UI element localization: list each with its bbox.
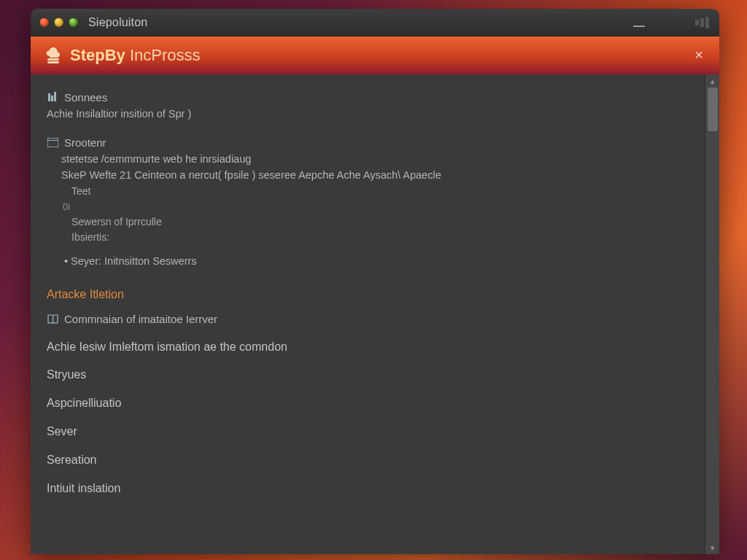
brand-text: StepBy IncProsss [70,46,201,65]
section-2-header: Srootenr [47,134,699,151]
brand-sub: IncProsss [125,46,201,64]
brand-strong: StepBy [70,46,125,64]
scroll-down-button[interactable]: ▾ [705,541,719,554]
document-content: Sonnees Achie Insilaltior insition of Sp… [31,74,705,554]
section-3-title: Commnaian of imataitoe Ierrver [64,311,217,327]
section-3-header: Commnaian of imataitoe Ierrver [47,311,699,327]
svg-rect-4 [54,92,56,101]
svg-rect-3 [51,96,53,101]
window-title: Siepoluiton [88,16,147,29]
maximize-window-button[interactable] [69,18,78,27]
body-line-3: Aspcinelliuatio [47,394,699,413]
svg-rect-5 [47,138,58,147]
sec2-line-2: SkeP Wefte 21 Ceinteon a nercut( fpsile … [61,167,699,183]
close-panel-button[interactable]: × [694,47,703,63]
app-header: StepBy IncProsss × [31,36,719,74]
section-2-title: Srootenr [64,134,107,151]
sec2-bullet: Seyer: Initnsitton Seswerrs [61,253,699,269]
restore-icon[interactable] [649,15,667,30]
minimize-icon[interactable] [633,26,645,27]
minimize-window-button[interactable] [54,18,63,27]
svg-rect-2 [48,93,50,101]
bars-icon [47,92,58,104]
svg-rect-1 [47,61,59,63]
levels-icon[interactable] [693,15,711,30]
window-titlebar[interactable]: Siepoluiton [31,9,719,36]
body-line-1: Achie Iesiw Imleftom ismation ae the com… [47,338,699,357]
close-window-button[interactable] [39,18,49,27]
application-window: Siepoluiton [31,9,719,554]
section-1-title: Sonnees [64,89,107,106]
cloud-stack-icon [44,46,63,65]
section-link[interactable]: Artacke Itletion [47,286,699,304]
scroll-up-button[interactable]: ▴ [705,74,719,88]
section-1-line: Achie Insilaltior insition of Spr ) [47,106,699,122]
body-line-5: Sereation [47,451,699,470]
sec2-line-5: Sewersn of Iprrculle [61,214,699,230]
window-icon [47,136,58,148]
section-1-header: Sonnees [47,89,699,106]
window-controls-left [39,18,78,27]
sec2-line-4: 0i [61,200,699,214]
sec2-line-1: stetetse /cemmmurte web he inrsiadiaug [61,151,699,167]
body-line-6: Intiuit inslation [47,480,699,498]
book-icon [47,314,58,325]
desktop-background: Siepoluiton [0,0,747,560]
sec2-line-3: Teet [61,184,699,200]
sec2-line-6: Ibsiertis: [61,230,699,246]
window-controls-right [633,9,711,36]
app-brand: StepBy IncProsss [44,46,201,65]
svg-rect-0 [47,58,59,61]
accent-icon[interactable] [671,15,689,30]
content-wrap: Sonnees Achie Insilaltior insition of Sp… [31,74,719,554]
body-line-4: Sever [47,423,699,441]
scroll-thumb[interactable] [708,88,718,131]
vertical-scrollbar[interactable]: ▴ ✦ ▾ [705,74,719,554]
body-line-2: Stryues [47,366,699,384]
